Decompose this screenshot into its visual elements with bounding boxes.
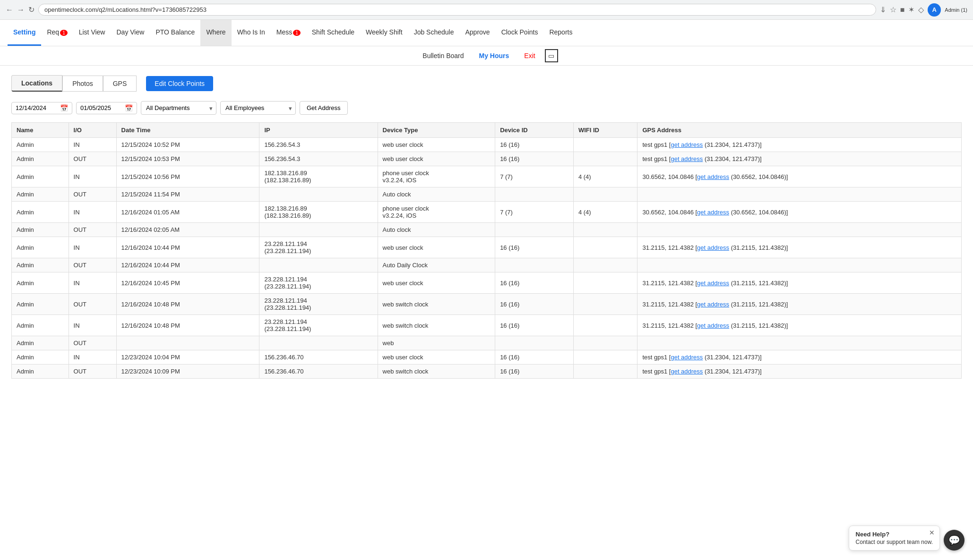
nav-weekly-shift[interactable]: Weekly Shift bbox=[360, 20, 408, 46]
cell-device-id bbox=[495, 258, 574, 272]
cell-device-id: 16 (16) bbox=[495, 350, 574, 365]
gps-get-address-link[interactable]: get address bbox=[671, 368, 703, 375]
cell-wifi-id bbox=[573, 272, 637, 294]
cell-name: Admin bbox=[12, 272, 69, 294]
nav-list-view[interactable]: List View bbox=[73, 20, 111, 46]
extension-icon-3[interactable]: ◇ bbox=[918, 5, 924, 14]
nav-reports[interactable]: Reports bbox=[543, 20, 578, 46]
gps-get-address-link[interactable]: get address bbox=[697, 280, 729, 287]
end-date-input[interactable] bbox=[80, 104, 123, 111]
cell-gps-address bbox=[637, 258, 962, 272]
tab-locations[interactable]: Locations bbox=[11, 75, 62, 92]
nav-shift-schedule[interactable]: Shift Schedule bbox=[306, 20, 360, 46]
nav-clock-points[interactable]: Clock Points bbox=[496, 20, 544, 46]
start-date-input[interactable] bbox=[16, 104, 58, 111]
avatar[interactable]: A bbox=[928, 3, 941, 17]
req-badge: 1 bbox=[60, 30, 68, 36]
url-bar[interactable] bbox=[38, 4, 876, 16]
cell-io: OUT bbox=[69, 365, 116, 379]
admin-label: Admin (1) bbox=[945, 7, 967, 13]
cell-ip: 156.236.46.70 bbox=[259, 350, 378, 365]
cell-device-type: phone user clock v3.2.24, iOS bbox=[378, 166, 495, 187]
cell-io: OUT bbox=[69, 258, 116, 272]
cell-name: Admin bbox=[12, 294, 69, 315]
cell-gps-address: 31.2115, 121.4382 [get address (31.2115,… bbox=[637, 272, 962, 294]
department-select[interactable]: All Departments bbox=[141, 101, 216, 115]
nav-bar: Setting Req1 List View Day View PTO Bala… bbox=[0, 20, 973, 46]
nav-setting[interactable]: Setting bbox=[8, 20, 41, 46]
cell-datetime: 12/15/2024 11:54 PM bbox=[116, 187, 259, 202]
cell-io: IN bbox=[69, 202, 116, 223]
extension-icon-2[interactable]: ✶ bbox=[908, 5, 914, 14]
cell-device-id bbox=[495, 336, 574, 350]
gps-get-address-link[interactable]: get address bbox=[697, 209, 729, 216]
gps-get-address-link[interactable]: get address bbox=[671, 354, 703, 361]
nav-pto-balance[interactable]: PTO Balance bbox=[150, 20, 200, 46]
table-row: Admin IN 12/16/2024 10:44 PM 23.228.121.… bbox=[12, 237, 962, 258]
nav-job-schedule[interactable]: Job Schedule bbox=[408, 20, 460, 46]
col-device-type: Device Type bbox=[378, 123, 495, 138]
get-address-button[interactable]: Get Address bbox=[300, 101, 348, 115]
end-date-calendar-icon[interactable]: 📅 bbox=[125, 104, 133, 112]
col-device-id: Device ID bbox=[495, 123, 574, 138]
bookmark-icon[interactable]: ☆ bbox=[890, 5, 896, 14]
nav-exit[interactable]: Exit bbox=[517, 46, 542, 65]
cell-datetime bbox=[116, 336, 259, 350]
cell-io: OUT bbox=[69, 223, 116, 237]
cell-datetime: 12/16/2024 10:48 PM bbox=[116, 315, 259, 336]
cell-device-type: web switch clock bbox=[378, 315, 495, 336]
table-row: Admin IN 12/23/2024 10:04 PM 156.236.46.… bbox=[12, 350, 962, 365]
browser-actions: ⇓ ☆ ■ ✶ ◇ A bbox=[880, 3, 941, 17]
cell-datetime: 12/16/2024 10:44 PM bbox=[116, 258, 259, 272]
nav-where[interactable]: Where bbox=[200, 20, 231, 46]
nav-bulletin-board[interactable]: Bulletin Board bbox=[415, 46, 471, 65]
nav-who-is-in[interactable]: Who Is In bbox=[232, 20, 271, 46]
tab-gps[interactable]: GPS bbox=[103, 76, 137, 92]
back-button[interactable]: ← bbox=[6, 6, 13, 14]
cell-gps-address: 31.2115, 121.4382 [get address (31.2115,… bbox=[637, 294, 962, 315]
start-date-calendar-icon[interactable]: 📅 bbox=[60, 104, 68, 112]
cell-ip: 23.228.121.194 (23.228.121.194) bbox=[259, 294, 378, 315]
table-row: Admin OUT 12/15/2024 11:54 PM Auto clock bbox=[12, 187, 962, 202]
gps-get-address-link[interactable]: get address bbox=[697, 322, 729, 329]
cell-ip bbox=[259, 223, 378, 237]
cell-ip bbox=[259, 187, 378, 202]
table-row: Admin OUT 12/16/2024 02:05 AM Auto clock bbox=[12, 223, 962, 237]
gps-get-address-link[interactable]: get address bbox=[671, 155, 703, 162]
gps-get-address-link[interactable]: get address bbox=[697, 301, 729, 308]
cell-device-id: 16 (16) bbox=[495, 138, 574, 152]
cell-device-id: 16 (16) bbox=[495, 294, 574, 315]
cell-device-id: 16 (16) bbox=[495, 365, 574, 379]
table-row: Admin IN 12/16/2024 10:48 PM 23.228.121.… bbox=[12, 315, 962, 336]
fullscreen-icon[interactable]: ▭ bbox=[545, 49, 558, 62]
edit-clock-points-button[interactable]: Edit Clock Points bbox=[146, 76, 213, 91]
cell-datetime: 12/16/2024 02:05 AM bbox=[116, 223, 259, 237]
cell-datetime: 12/15/2024 10:56 PM bbox=[116, 166, 259, 187]
gps-get-address-link[interactable]: get address bbox=[671, 141, 703, 148]
nav-approve[interactable]: Approve bbox=[459, 20, 495, 46]
cell-wifi-id bbox=[573, 365, 637, 379]
gps-get-address-link[interactable]: get address bbox=[697, 244, 729, 251]
cell-ip bbox=[259, 258, 378, 272]
nav-day-view[interactable]: Day View bbox=[111, 20, 150, 46]
reload-button[interactable]: ↻ bbox=[28, 5, 34, 14]
col-datetime: Date Time bbox=[116, 123, 259, 138]
extension-icon-1[interactable]: ■ bbox=[900, 6, 905, 14]
download-icon[interactable]: ⇓ bbox=[880, 5, 886, 14]
nav-mess[interactable]: Mess1 bbox=[271, 20, 306, 46]
nav-my-hours[interactable]: My Hours bbox=[472, 46, 517, 65]
filters-row: 📅 📅 All Departments All Employees Get Ad… bbox=[11, 101, 962, 115]
cell-ip: 23.228.121.194 (23.228.121.194) bbox=[259, 237, 378, 258]
cell-device-type: web user clock bbox=[378, 152, 495, 166]
employee-select[interactable]: All Employees bbox=[220, 101, 296, 115]
gps-get-address-link[interactable]: get address bbox=[697, 173, 729, 180]
cell-ip bbox=[259, 336, 378, 350]
main-content: Locations Photos GPS Edit Clock Points 📅… bbox=[0, 66, 973, 388]
cell-wifi-id bbox=[573, 350, 637, 365]
forward-button[interactable]: → bbox=[17, 6, 25, 14]
browser-bar: ← → ↻ ⇓ ☆ ■ ✶ ◇ A Admin (1) bbox=[0, 0, 973, 20]
nav-req[interactable]: Req1 bbox=[41, 20, 73, 46]
tab-photos[interactable]: Photos bbox=[62, 76, 103, 92]
cell-io: IN bbox=[69, 315, 116, 336]
cell-device-type: web user clock bbox=[378, 350, 495, 365]
